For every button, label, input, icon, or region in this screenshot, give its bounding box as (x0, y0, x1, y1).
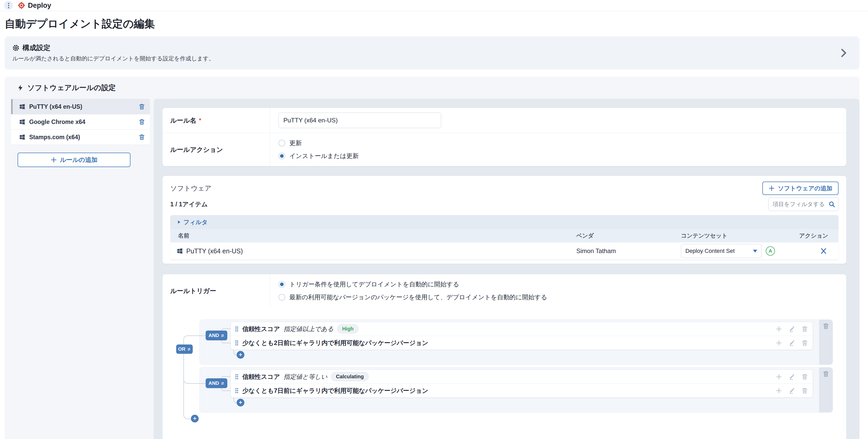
search-icon[interactable] (828, 201, 835, 208)
rule-action-label: ルールアクション (170, 146, 223, 154)
swap-icon (221, 334, 224, 337)
condition-value-badge: High (337, 324, 358, 334)
rule-name-input[interactable] (278, 113, 441, 128)
radio-icon[interactable] (278, 153, 285, 159)
col-content-set: コンテンツセット (681, 232, 789, 240)
edit-pencil-icon[interactable] (788, 340, 795, 346)
condition-operator: 指定値以上である (284, 325, 334, 333)
add-condition-icon[interactable] (776, 373, 782, 380)
and-label: AND (209, 380, 219, 386)
condition-row[interactable]: 信頼性スコア 指定値以上である High (231, 322, 813, 336)
add-condition-icon[interactable] (776, 326, 782, 332)
app-menu-button[interactable] (4, 1, 13, 10)
rule-item-stamps[interactable]: Stamps.com (x64) (11, 130, 150, 145)
delete-condition-icon[interactable] (801, 340, 808, 346)
config-settings-card[interactable]: 構成設定 ルールが満たされると自動的にデプロイメントを開始する設定を作成します。 (5, 36, 860, 69)
section-title: ソフトウェアルールの設定 (27, 83, 116, 93)
condition-value-badge: Calculating (331, 372, 369, 381)
trash-icon[interactable] (138, 119, 145, 125)
add-condition-button[interactable]: + (237, 351, 244, 359)
delete-group-button[interactable] (819, 320, 833, 365)
plus-icon (51, 157, 57, 163)
or-label: OR (178, 346, 185, 352)
drag-handle-icon[interactable] (235, 374, 239, 380)
auto-approval-icon[interactable]: A (766, 246, 775, 256)
add-software-button[interactable]: ソフトウェアの追加 (762, 182, 839, 195)
radio-label: トリガー条件を使用してデプロイメントを自動的に開始する (289, 280, 459, 288)
condition-name: 少なくとも2日前にギャラリ内で利用可能なパッケージバージョン (242, 339, 428, 347)
col-name: 名前 (170, 232, 576, 240)
rule-trigger-label: ルールトリガー (170, 287, 216, 295)
software-name: PuTTY (x64 en-US) (186, 247, 243, 255)
chevron-right-icon[interactable] (839, 48, 848, 58)
condition-operator: 指定値と等しい (284, 373, 328, 381)
caret-down-icon (753, 250, 757, 253)
items-count: 1 / 1アイテム (170, 200, 208, 209)
software-card: ソフトウェア ソフトウェアの追加 1 / 1アイテム (162, 176, 846, 264)
condition-name: 信頼性スコア (242, 373, 280, 381)
connector-line (221, 388, 231, 391)
radio-trigger-conditions[interactable]: トリガー条件を使用してデプロイメントを自動的に開始する (278, 280, 846, 288)
trash-icon[interactable] (138, 103, 145, 110)
filter-toggle[interactable]: フィルタ (170, 215, 839, 229)
condition-rows-group-2: 信頼性スコア 指定値と等しい Calculating (230, 370, 813, 398)
add-condition-group-button[interactable]: + (191, 415, 199, 422)
software-table-header: 名前 ベンダ コンテンツセット アクション (170, 229, 839, 243)
radio-option-update[interactable]: 更新 (278, 139, 846, 147)
rule-form-card: ルール名* ルールアクション 更新 インストールまたは更新 (162, 108, 846, 166)
drag-handle-icon[interactable] (235, 326, 239, 332)
condition-row[interactable]: 少なくとも2日前にギャラリ内で利用可能なパッケージバージョン (231, 336, 813, 350)
col-action: アクション (789, 232, 839, 240)
delete-condition-icon[interactable] (801, 373, 808, 380)
drag-handle-icon[interactable] (235, 388, 239, 394)
config-card-title: 構成設定 (23, 43, 51, 53)
rule-detail-panel: ルール名* ルールアクション 更新 インストールまたは更新 (154, 99, 860, 439)
app-name: Deploy (28, 2, 51, 9)
drag-handle-icon[interactable] (235, 340, 239, 346)
radio-option-install-or-update[interactable]: インストールまたは更新 (278, 152, 846, 160)
condition-row[interactable]: 少なくとも7日前にギャラリ内で利用可能なパッケージバージョン (231, 383, 813, 398)
condition-name: 信頼性スコア (242, 325, 280, 333)
content-set-select[interactable]: Deploy Content Set (681, 244, 762, 258)
app-brand[interactable]: Deploy (18, 2, 51, 9)
radio-label: インストールまたは更新 (289, 152, 359, 160)
plus-icon (769, 185, 775, 191)
software-title: ソフトウェア (170, 184, 212, 193)
or-operator-chip[interactable]: OR (176, 344, 193, 354)
add-rule-button[interactable]: ルールの追加 (18, 153, 130, 167)
software-table-row: PuTTY (x64 en-US) Simon Tatham Deploy Co… (170, 243, 839, 259)
trash-icon[interactable] (138, 134, 145, 140)
edit-pencil-icon[interactable] (788, 387, 795, 394)
condition-row[interactable]: 信頼性スコア 指定値と等しい Calculating (231, 370, 813, 383)
rule-item-putty[interactable]: PuTTY (x64 en-US) (11, 99, 150, 115)
radio-icon[interactable] (278, 140, 285, 147)
radio-icon[interactable] (278, 281, 285, 288)
delete-condition-icon[interactable] (801, 387, 808, 394)
radio-icon[interactable] (278, 294, 285, 301)
add-condition-icon[interactable] (776, 387, 782, 394)
rule-list: PuTTY (x64 en-US) Google Chrome x64 (11, 99, 150, 167)
and-operator-chip[interactable]: AND (206, 378, 227, 388)
edit-pencil-icon[interactable] (788, 326, 795, 332)
triangle-right-icon (178, 221, 180, 224)
rule-trigger-card: ルールトリガー トリガー条件を使用してデプロイメントを自動的に開始する 最新の利… (162, 274, 846, 439)
add-condition-icon[interactable] (776, 340, 782, 346)
edit-pencil-icon[interactable] (788, 373, 795, 380)
windows-icon (19, 119, 26, 125)
condition-name: 少なくとも7日前にギャラリ内で利用可能なパッケージバージョン (242, 386, 428, 395)
software-rules-section: ソフトウェアルールの設定 PuTTY (x64 en-US) (5, 77, 860, 439)
add-condition-button[interactable]: + (237, 399, 244, 406)
top-bar: Deploy (0, 0, 868, 11)
rule-item-chrome[interactable]: Google Chrome x64 (11, 115, 150, 130)
remove-software-x-icon[interactable] (820, 247, 827, 255)
delete-condition-icon[interactable] (801, 326, 808, 332)
connector-line (183, 354, 192, 419)
filter-toggle-label: フィルタ (183, 218, 208, 226)
page-title: 自動デプロイメント設定の編集 (5, 18, 868, 30)
radio-latest-version[interactable]: 最新の利用可能なバージョンのパッケージを使用して、デプロイメントを自動的に開始す… (278, 293, 846, 301)
config-card-description: ルールが満たされると自動的にデプロイメントを開始する設定を作成します。 (12, 55, 860, 62)
swap-icon (221, 382, 224, 385)
delete-group-button[interactable] (819, 368, 833, 412)
radio-label: 最新の利用可能なバージョンのパッケージを使用して、デプロイメントを自動的に開始す… (289, 293, 547, 301)
and-operator-chip[interactable]: AND (206, 331, 227, 340)
